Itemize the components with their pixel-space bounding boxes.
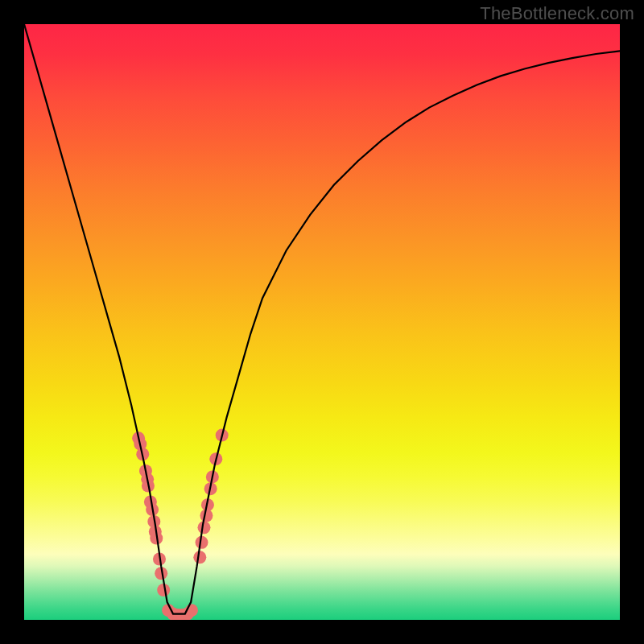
dot-cluster-group	[132, 429, 229, 620]
plot-area	[24, 24, 620, 620]
watermark-text: TheBottleneck.com	[480, 3, 634, 24]
bottleneck-curve	[24, 24, 620, 614]
data-dot	[193, 551, 206, 564]
chart-frame: TheBottleneck.com	[0, 0, 644, 644]
plot-svg	[24, 24, 620, 620]
